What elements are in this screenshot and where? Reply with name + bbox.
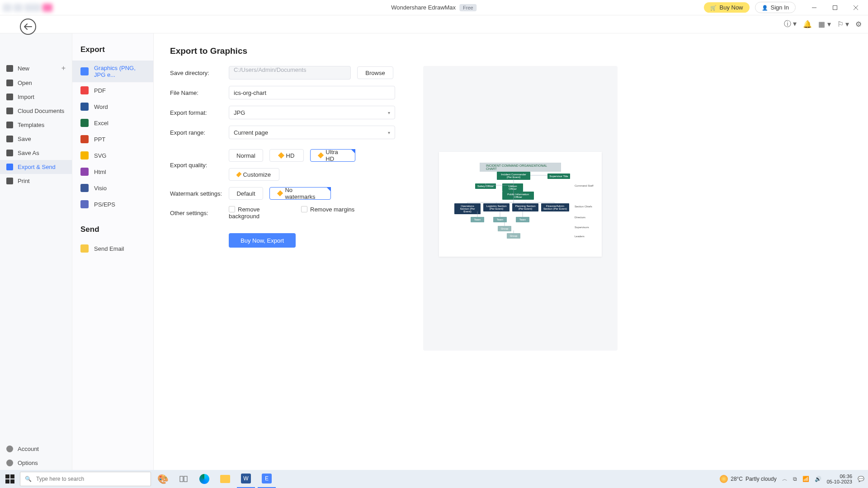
taskbar-edge[interactable] (195, 470, 213, 488)
import-icon (6, 94, 13, 100)
export-icon (6, 164, 13, 170)
format-ppt[interactable]: PPT (72, 131, 153, 147)
preview-pane: INCIDENT COMMAND ORGANIZATIONAL CHART In… (423, 66, 618, 351)
saveas-icon (6, 150, 13, 156)
file-menu-cloud-documents[interactable]: Cloud Documents (0, 104, 72, 118)
export-quality-label: Export quality: (170, 162, 229, 169)
sign-in-label: Sign In (771, 4, 789, 11)
watermark-default[interactable]: Default (229, 187, 263, 200)
format-icon (80, 135, 89, 143)
file-name-input[interactable] (229, 86, 395, 99)
svg-rect-22 (10, 479, 14, 483)
back-button[interactable] (20, 19, 36, 35)
taskbar-search[interactable]: 🔍 Type here to search (20, 472, 151, 486)
format-icon (80, 67, 89, 75)
taskbar-word[interactable]: W (237, 470, 255, 488)
titlebar-blur-left (0, 0, 72, 15)
file-menu-export-send[interactable]: Export & Send (0, 160, 72, 174)
diamond-icon (236, 172, 241, 177)
windows-taskbar: 🔍 Type here to search 🎨 W E 28°C Partly … (0, 470, 868, 488)
quality-hd[interactable]: HD (269, 149, 304, 162)
format-svg[interactable]: SVG (72, 147, 153, 164)
file-menu-save[interactable]: Save (0, 132, 72, 146)
format-html[interactable]: Html (72, 164, 153, 180)
browse-button[interactable]: Browse (357, 66, 393, 79)
tray-clock[interactable]: 06:36 05-10-2023 (827, 474, 852, 484)
nav1-label: Print (18, 178, 30, 184)
format-graphics[interactable]: Graphics (PNG, JPG e... (72, 61, 153, 82)
help-icon[interactable]: ⓘ ▾ (784, 19, 797, 29)
file-name-label: File Name: (170, 89, 229, 96)
remove-margins-checkbox[interactable]: Remove margins (301, 206, 360, 220)
remove-bg-checkbox[interactable]: Remove background (229, 206, 288, 220)
send-heading: Send (72, 221, 153, 240)
sign-in-button[interactable]: Sign In (755, 2, 796, 13)
taskbar-explorer[interactable] (216, 470, 234, 488)
file-menu-account[interactable]: Account (0, 442, 72, 456)
template-icon (6, 122, 13, 128)
nav1-label: Save As (18, 150, 39, 156)
file-menu-save-as[interactable]: Save As (0, 146, 72, 160)
export-range-select[interactable]: Current page (229, 126, 395, 139)
tray-chevron-up-icon[interactable]: ︿ (782, 475, 788, 483)
taskbar-edrawmax[interactable]: E (258, 470, 276, 488)
settings-icon[interactable]: ⚙ (855, 20, 862, 28)
print-icon (6, 178, 13, 184)
format-excel[interactable]: Excel (72, 115, 153, 131)
buy-now-label: Buy Now (719, 4, 743, 11)
quality-customize[interactable]: Customize (229, 168, 279, 181)
format-word[interactable]: Word (72, 99, 153, 115)
taskbar-circle-icon[interactable]: 🎨 (154, 470, 172, 488)
mail-icon (80, 244, 89, 253)
quality-ultra-hd[interactable]: Ultra HD (310, 149, 355, 162)
tray-meet-icon[interactable]: ⧉ (793, 476, 797, 482)
format-icon (80, 184, 89, 192)
gift-icon[interactable]: ⚐ ▾ (837, 20, 849, 28)
tray-volume-icon[interactable]: 🔊 (815, 476, 821, 482)
nav1-label: Cloud Documents (18, 108, 64, 114)
plus-icon[interactable]: + (61, 64, 66, 72)
start-button[interactable] (5, 474, 14, 483)
file-menu-new[interactable]: New + (0, 61, 72, 76)
svg-rect-21 (5, 479, 9, 483)
file-menu-print[interactable]: Print (0, 174, 72, 188)
toolbar: ⓘ ▾ 🔔 ▦ ▾ ⚐ ▾ ⚙ (0, 15, 868, 33)
svg-rect-24 (184, 476, 187, 482)
nav1-label: Open (18, 80, 32, 86)
weather-widget[interactable]: 28°C Partly cloudy (720, 475, 777, 483)
format-pdf[interactable]: PDF (72, 82, 153, 99)
window-close[interactable] (846, 2, 865, 14)
export-format-select[interactable]: JPG (229, 106, 395, 119)
save-dir-input[interactable]: C:/Users/Admin/Documents (229, 66, 351, 80)
bell-icon[interactable]: 🔔 (803, 20, 812, 28)
file-menu-templates[interactable]: Templates (0, 118, 72, 132)
format-icon (80, 103, 89, 111)
taskbar-taskview[interactable] (175, 470, 193, 488)
format-ps[interactable]: PS/EPS (72, 196, 153, 212)
account-icon (6, 446, 13, 452)
buy-now-button[interactable]: Buy Now (704, 2, 749, 13)
file-menu-options[interactable]: Options (0, 456, 72, 470)
search-placeholder: Type here to search (36, 476, 84, 482)
export-button[interactable]: Buy Now, Export (229, 233, 296, 248)
format-icon (80, 151, 89, 160)
file-menu-open[interactable]: Open (0, 76, 72, 90)
nav1-label: Templates (18, 122, 44, 128)
format-visio[interactable]: Visio (72, 180, 153, 196)
quality-normal[interactable]: Normal (229, 149, 263, 162)
plus-square-icon (6, 65, 13, 72)
window-maximize[interactable] (826, 2, 844, 14)
apps-icon[interactable]: ▦ ▾ (818, 20, 830, 28)
svg-rect-20 (10, 474, 14, 479)
gear-icon (6, 460, 13, 466)
svg-rect-23 (180, 476, 183, 482)
send-email[interactable]: Send Email (72, 240, 153, 257)
tray-wifi-icon[interactable]: 📶 (802, 476, 809, 482)
tray-notifications-icon[interactable]: 💬 (858, 476, 864, 482)
chart-title: INCIDENT COMMAND ORGANIZATIONAL CHART (480, 163, 561, 172)
free-badge: Free (459, 4, 477, 11)
watermark-none[interactable]: No watermarks (269, 187, 331, 200)
file-menu-import[interactable]: Import (0, 90, 72, 104)
diamond-icon (278, 152, 284, 159)
window-minimize[interactable] (805, 2, 824, 14)
